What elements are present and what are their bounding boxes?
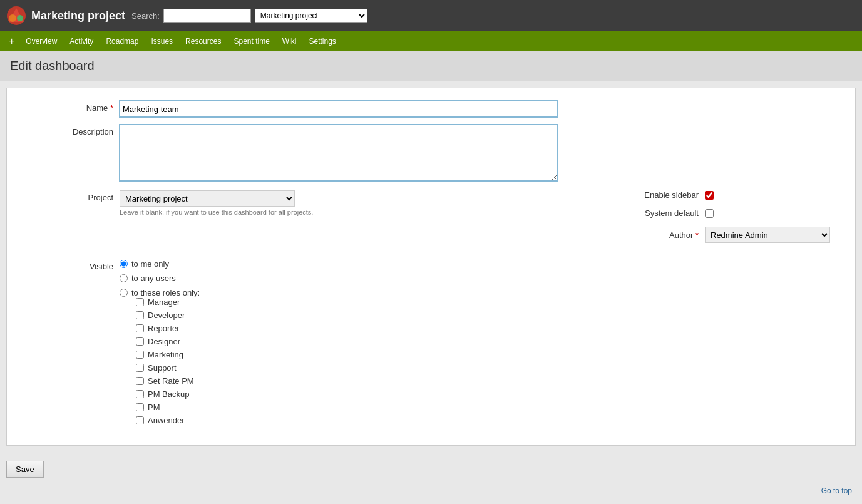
role-marketing[interactable]: Marketing [136,350,843,359]
sidebar-section: Enable sidebar System default Author * [592,190,843,252]
system-default-row: System default [605,208,843,218]
name-label: Name * [19,101,120,113]
system-default-label: System default [605,208,705,218]
project-row: Project Marketing project Leave it blank… [19,190,843,252]
role-manager-checkbox[interactable] [136,298,144,306]
nav-bar: + Overview Activity Roadmap Issues Resou… [0,31,862,51]
enable-sidebar-field [705,191,714,200]
role-marketing-checkbox[interactable] [136,351,144,359]
author-select[interactable]: Redmine Admin [705,227,830,243]
visible-me-radio[interactable] [120,260,128,268]
nav-item-overview[interactable]: Overview [19,33,63,49]
role-anwender-checkbox[interactable] [136,416,144,424]
author-field: Redmine Admin [705,227,830,243]
enable-sidebar-checkbox[interactable] [705,191,714,200]
visible-field: to me only to any users to these roles o… [120,259,843,425]
visible-any-radio[interactable] [120,274,128,282]
author-label: Author * [605,230,705,240]
roles-checkbox-group: Manager Developer Reporter Designer Mark… [136,297,843,425]
description-row: Description [19,125,843,183]
role-pm-backup-checkbox[interactable] [136,390,144,398]
search-label: Search: [131,11,160,21]
save-button[interactable]: Save [6,461,44,478]
logo: Marketing project [6,6,125,26]
role-set-rate-pm-checkbox[interactable] [136,377,144,385]
search-project-select[interactable]: Marketing project [255,9,367,23]
visible-label: Visible [19,259,120,271]
page-title-bar: Edit dashboard [0,51,862,81]
role-developer[interactable]: Developer [136,311,843,320]
enable-sidebar-row: Enable sidebar [605,190,843,200]
name-field [120,101,843,117]
name-required-star: * [110,103,113,113]
role-reporter[interactable]: Reporter [136,324,843,333]
name-row: Name * [19,101,843,117]
nav-plus-button[interactable]: + [4,33,19,49]
role-support[interactable]: Support [136,363,843,373]
system-default-field [705,209,714,218]
header-title: Marketing project [31,9,125,23]
role-pm-checkbox[interactable] [136,403,144,411]
header: Marketing project Search: Marketing proj… [0,0,862,31]
role-designer[interactable]: Designer [136,337,843,346]
role-anwender[interactable]: Anwender [136,416,843,425]
project-field: Marketing project Leave it blank, if you… [120,190,592,216]
search-area: Search: Marketing project [131,9,367,23]
role-pm-backup[interactable]: PM Backup [136,389,843,399]
app-logo [6,6,26,26]
nav-item-roadmap[interactable]: Roadmap [100,33,145,49]
author-row: Author * Redmine Admin [605,227,843,243]
project-hint: Leave it blank, if you want to use this … [120,208,592,216]
project-select[interactable]: Marketing project [120,190,295,207]
content: Name * Description Project Marketing pro… [6,88,856,446]
goto-top-link[interactable]: Go to top [821,486,852,495]
author-required-star: * [695,230,699,240]
role-designer-checkbox[interactable] [136,337,144,346]
nav-item-wiki[interactable]: Wiki [276,33,303,49]
role-manager[interactable]: Manager [136,297,843,307]
system-default-checkbox[interactable] [705,209,714,218]
nav-item-activity[interactable]: Activity [63,33,100,49]
role-pm[interactable]: PM [136,403,843,412]
visible-radio-group: to me only to any users to these roles o… [120,259,843,297]
description-textarea[interactable] [120,125,558,181]
name-input[interactable] [120,101,558,117]
description-field [120,125,843,183]
page-title: Edit dashboard [10,59,852,73]
nav-item-issues[interactable]: Issues [145,33,179,49]
visible-me-option[interactable]: to me only [120,259,843,269]
save-area: Save [0,452,862,480]
role-reporter-checkbox[interactable] [136,324,144,332]
enable-sidebar-label: Enable sidebar [605,190,705,200]
svg-point-3 [17,15,23,21]
nav-item-resources[interactable]: Resources [179,33,227,49]
visible-roles-option[interactable]: to these roles only: [120,288,843,297]
project-label: Project [19,190,120,202]
svg-point-2 [9,14,16,22]
footer: Go to top [0,480,862,501]
nav-item-spent-time[interactable]: Spent time [227,33,275,49]
visible-row: Visible to me only to any users to these… [19,259,843,425]
role-set-rate-pm[interactable]: Set Rate PM [136,376,843,386]
description-label: Description [19,125,120,136]
visible-any-option[interactable]: to any users [120,274,843,283]
role-support-checkbox[interactable] [136,364,144,372]
nav-item-settings[interactable]: Settings [303,33,342,49]
role-developer-checkbox[interactable] [136,311,144,319]
visible-roles-radio[interactable] [120,289,128,297]
search-input[interactable] [163,9,251,23]
